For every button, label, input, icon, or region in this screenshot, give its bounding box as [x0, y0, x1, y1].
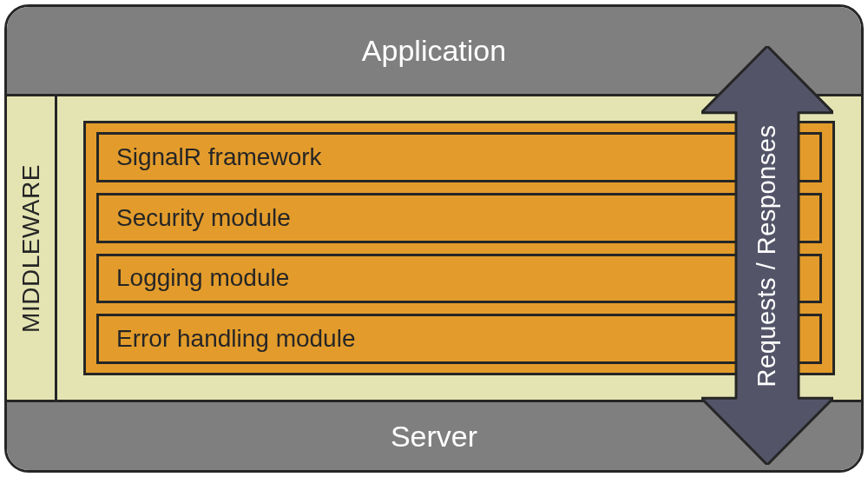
module-label: Security module: [116, 204, 291, 232]
middleware-layer: MIDDLEWARE SignalR framework Security mo…: [7, 96, 861, 400]
module-signalr: SignalR framework: [96, 132, 822, 182]
module-error-handling: Error handling module: [96, 314, 822, 364]
module-security: Security module: [96, 193, 822, 243]
module-logging: Logging module: [96, 254, 822, 304]
server-layer: Server: [7, 400, 861, 470]
middleware-side-label: MIDDLEWARE: [7, 96, 57, 400]
module-label: SignalR framework: [116, 143, 322, 171]
middleware-body: SignalR framework Security module Loggin…: [57, 96, 861, 400]
module-label: Error handling module: [116, 325, 356, 353]
middleware-text: MIDDLEWARE: [17, 164, 45, 333]
application-label: Application: [362, 34, 506, 68]
diagram-frame: Application MIDDLEWARE SignalR framework…: [4, 4, 864, 473]
application-layer: Application: [7, 7, 861, 96]
middleware-stack: SignalR framework Security module Loggin…: [83, 121, 835, 375]
server-label: Server: [391, 420, 477, 454]
module-label: Logging module: [116, 264, 289, 292]
